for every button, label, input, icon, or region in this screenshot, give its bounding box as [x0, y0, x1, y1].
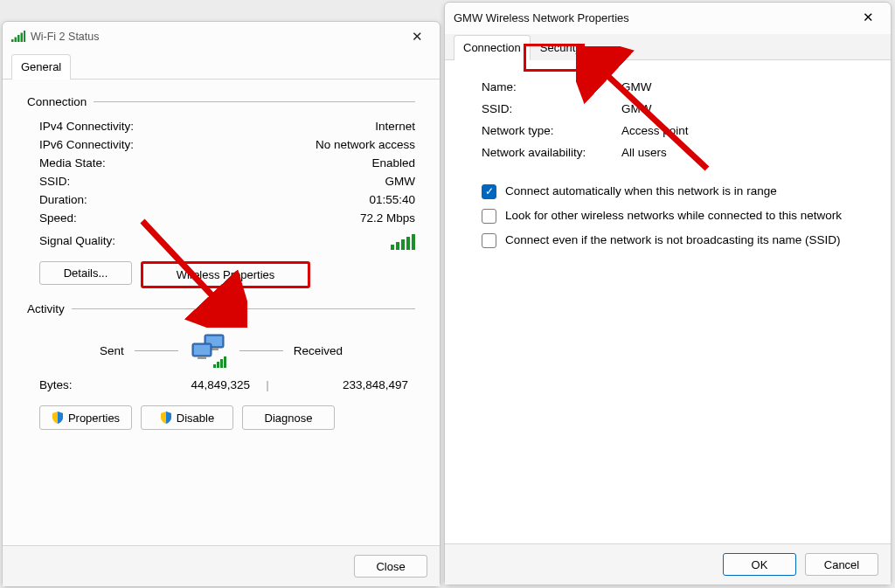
- signal-quality-label: Signal Quality:: [39, 234, 115, 250]
- received-label: Received: [294, 344, 343, 357]
- window-title: GMW Wireless Network Properties: [454, 11, 849, 24]
- titlebar[interactable]: GMW Wireless Network Properties ✕: [445, 3, 891, 32]
- ipv4-label: IPv4 Connectivity:: [39, 120, 134, 133]
- ssid-label: SSID:: [39, 175, 70, 188]
- tab-strip: Connection Security: [445, 34, 891, 60]
- ipv6-value: No network access: [316, 138, 415, 151]
- wireless-properties-button[interactable]: Wireless Properties: [141, 261, 310, 288]
- availability-label: Network availability:: [482, 146, 621, 159]
- diagnose-button[interactable]: Diagnose: [242, 405, 335, 430]
- tab-strip: General: [3, 53, 440, 80]
- dialog-content: Connection IPv4 Connectivity:Internet IP…: [3, 80, 440, 545]
- checkbox-icon: [482, 233, 496, 248]
- window-title: Wi-Fi 2 Status: [31, 31, 398, 43]
- ssid-label: SSID:: [482, 102, 621, 115]
- activity-header: Sent Received: [27, 324, 415, 375]
- network-type-value: Access point: [621, 124, 689, 137]
- ipv4-value: Internet: [375, 120, 415, 133]
- svg-rect-1: [15, 38, 17, 43]
- ssid-value: GMW: [385, 175, 416, 188]
- checkbox-auto-connect[interactable]: ✓ Connect automatically when this networ…: [469, 179, 866, 204]
- svg-rect-14: [224, 356, 226, 368]
- svg-rect-3: [21, 33, 24, 43]
- network-computers-icon: [189, 331, 229, 370]
- signal-quality-icon: [391, 234, 415, 250]
- tab-security[interactable]: Security: [531, 35, 591, 60]
- close-button[interactable]: ✕: [398, 24, 436, 50]
- svg-rect-4: [24, 31, 25, 42]
- svg-rect-13: [220, 359, 223, 368]
- availability-value: All users: [621, 146, 667, 159]
- dialog-footer: Close: [3, 545, 440, 586]
- dialog-content: Name:GMW SSID:GMW Network type:Access po…: [445, 60, 891, 543]
- shield-icon: [160, 412, 172, 424]
- wifi-signal-icon: [11, 31, 25, 43]
- ok-button[interactable]: OK: [723, 553, 796, 576]
- speed-value: 72.2 Mbps: [360, 211, 415, 225]
- speed-label: Speed:: [39, 211, 77, 225]
- svg-rect-12: [217, 362, 219, 368]
- titlebar[interactable]: Wi-Fi 2 Status ✕: [3, 22, 440, 52]
- network-type-label: Network type:: [482, 124, 621, 137]
- checkbox-connect-hidden[interactable]: Connect even if the network is not broad…: [469, 228, 866, 252]
- media-value: Enabled: [371, 156, 415, 169]
- media-label: Media State:: [39, 156, 106, 169]
- checkbox-icon: [482, 209, 496, 224]
- details-button[interactable]: Details...: [39, 261, 132, 285]
- wifi-status-dialog: Wi-Fi 2 Status ✕ General Connection IPv4…: [2, 21, 441, 587]
- svg-rect-0: [11, 39, 14, 42]
- svg-rect-10: [198, 356, 206, 359]
- network-properties-dialog: GMW Wireless Network Properties ✕ Connec…: [444, 2, 892, 585]
- tab-connection[interactable]: Connection: [454, 35, 531, 60]
- sent-label: Sent: [100, 344, 124, 357]
- checkbox-icon: ✓: [482, 184, 496, 199]
- duration-value: 01:55:40: [369, 193, 415, 206]
- svg-rect-9: [194, 345, 210, 355]
- duration-label: Duration:: [39, 193, 87, 206]
- disable-button[interactable]: Disable: [141, 405, 233, 430]
- bytes-label: Bytes:: [39, 378, 127, 391]
- name-value: GMW: [621, 80, 652, 93]
- close-button-footer[interactable]: Close: [354, 555, 427, 578]
- name-label: Name:: [482, 80, 621, 93]
- svg-rect-2: [17, 35, 20, 42]
- bytes-received-value: 233,848,497: [285, 378, 408, 391]
- bytes-sent-value: 44,849,325: [127, 378, 250, 391]
- tab-general[interactable]: General: [11, 54, 71, 80]
- ssid-value: GMW: [621, 102, 652, 115]
- checkbox-look-other-networks[interactable]: Look for other wireless networks while c…: [469, 204, 866, 228]
- properties-button[interactable]: Properties: [39, 405, 132, 430]
- group-activity: Activity: [27, 302, 415, 315]
- ipv6-label: IPv6 Connectivity:: [39, 138, 134, 151]
- svg-rect-11: [213, 364, 216, 368]
- cancel-button[interactable]: Cancel: [805, 553, 878, 576]
- group-connection: Connection: [27, 95, 415, 108]
- dialog-footer: OK Cancel: [445, 543, 891, 585]
- shield-icon: [52, 412, 64, 424]
- close-button[interactable]: ✕: [849, 4, 887, 31]
